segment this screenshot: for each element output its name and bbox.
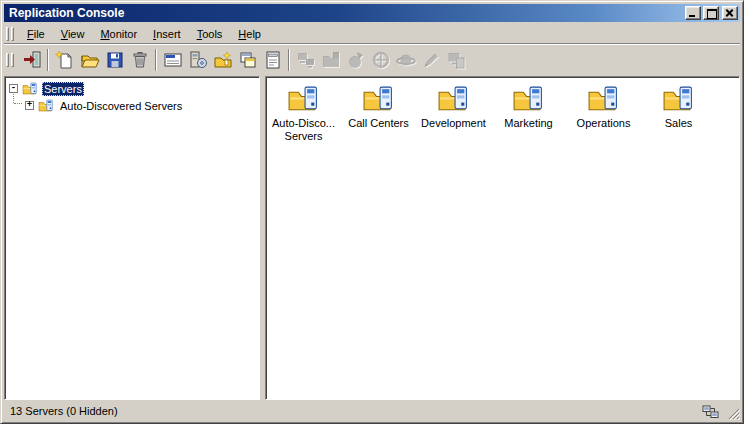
server-folder-icon xyxy=(21,82,39,96)
menu-tools[interactable]: Tools xyxy=(189,25,231,43)
toolbar-gripper-2[interactable] xyxy=(11,53,14,67)
expand-toggle-icon[interactable]: + xyxy=(25,101,34,110)
statusbar: 13 Servers (0 Hidden) xyxy=(4,402,740,420)
open-folder-icon xyxy=(80,50,100,70)
server-folder-icon xyxy=(587,85,620,114)
report-button xyxy=(443,48,468,72)
minimize-button[interactable] xyxy=(685,6,701,20)
exit-icon xyxy=(22,50,42,70)
collapse-toggle-icon[interactable]: - xyxy=(9,84,18,93)
folder-item-marketing[interactable]: Marketing xyxy=(491,85,566,130)
folder-list-panel[interactable]: Auto-Disco... Servers Call Centers Devel… xyxy=(265,76,740,400)
details-view-icon xyxy=(163,50,183,70)
folder-item-call-centers[interactable]: Call Centers xyxy=(341,85,416,130)
menubar: File View Monitor Insert Tools Help xyxy=(4,23,740,44)
menu-help[interactable]: Help xyxy=(230,25,269,43)
folder-item-label: Development xyxy=(421,117,486,130)
server-folder-icon xyxy=(437,85,470,114)
folder-item-label: Auto-Disco... Servers xyxy=(272,117,335,143)
menu-insert[interactable]: Insert xyxy=(145,25,189,43)
pie-chart-icon xyxy=(346,50,366,70)
tree-item-servers[interactable]: - Servers xyxy=(7,80,257,97)
copy-windows-button[interactable] xyxy=(235,48,260,72)
pencil-icon xyxy=(421,50,441,70)
folder-item-label: Sales xyxy=(665,117,693,130)
replication-console-window: Replication Console File View Monitor In… xyxy=(0,0,744,424)
copy-windows-icon xyxy=(238,50,258,70)
menu-monitor[interactable]: Monitor xyxy=(92,25,145,43)
content-area: - Servers + Auto-Discovered Servers Auto… xyxy=(4,74,740,400)
new-folder-group-icon xyxy=(213,50,233,70)
menu-file[interactable]: File xyxy=(19,25,53,43)
tree-item-label[interactable]: Servers xyxy=(42,82,84,96)
server-folder-icon xyxy=(287,85,320,114)
network-status-icon xyxy=(702,405,719,419)
open-button[interactable] xyxy=(77,48,102,72)
gray-folder-icon xyxy=(321,50,341,70)
server-tree-panel[interactable]: - Servers + Auto-Discovered Servers xyxy=(4,76,260,400)
network-pair-button xyxy=(293,48,318,72)
folder-item-auto-discovered-servers[interactable]: Auto-Disco... Servers xyxy=(266,85,341,143)
server-folder-icon xyxy=(512,85,545,114)
new-document-icon xyxy=(55,50,75,70)
folder-icon-grid: Auto-Disco... Servers Call Centers Devel… xyxy=(266,77,739,143)
folder-item-sales[interactable]: Sales xyxy=(641,85,716,130)
globe-icon xyxy=(371,50,391,70)
details-view-button[interactable] xyxy=(160,48,185,72)
sphere-icon xyxy=(396,50,416,70)
toolbar-separator xyxy=(47,49,49,71)
resize-grip-icon[interactable] xyxy=(727,407,740,420)
gray-folder-button xyxy=(318,48,343,72)
save-button[interactable] xyxy=(102,48,127,72)
new-button[interactable] xyxy=(52,48,77,72)
menu-view[interactable]: View xyxy=(53,25,93,43)
server-folder-icon xyxy=(362,85,395,114)
window-title: Replication Console xyxy=(9,6,683,20)
server-tree: - Servers + Auto-Discovered Servers xyxy=(5,77,259,117)
toolbar-gripper[interactable] xyxy=(6,53,9,67)
sphere-button xyxy=(393,48,418,72)
server-folder-icon xyxy=(37,99,55,113)
tree-item-auto-discovered-servers[interactable]: + Auto-Discovered Servers xyxy=(23,97,257,114)
server-folder-icon xyxy=(662,85,695,114)
globe-button xyxy=(368,48,393,72)
pie-chart-button xyxy=(343,48,368,72)
form-icon xyxy=(263,50,283,70)
pencil-button xyxy=(418,48,443,72)
new-folder-group-button[interactable] xyxy=(210,48,235,72)
form-button[interactable] xyxy=(260,48,285,72)
folder-item-label: Call Centers xyxy=(348,117,409,130)
install-disk-button[interactable] xyxy=(185,48,210,72)
tree-item-label[interactable]: Auto-Discovered Servers xyxy=(58,99,184,113)
tree-connector-horizontal xyxy=(14,103,22,104)
close-button[interactable] xyxy=(722,6,738,20)
install-disk-icon xyxy=(188,50,208,70)
window-controls xyxy=(683,6,738,20)
delete-button[interactable] xyxy=(127,48,152,72)
folder-item-operations[interactable]: Operations xyxy=(566,85,641,130)
status-text: 13 Servers (0 Hidden) xyxy=(10,405,702,417)
statusbar-right xyxy=(702,402,740,420)
report-icon xyxy=(446,50,466,70)
menubar-gripper-2[interactable] xyxy=(11,27,14,41)
delete-icon xyxy=(130,50,150,70)
menubar-gripper[interactable] xyxy=(6,27,9,41)
save-icon xyxy=(105,50,125,70)
folder-item-label: Operations xyxy=(577,117,631,130)
folder-item-label: Marketing xyxy=(504,117,552,130)
maximize-button[interactable] xyxy=(703,6,719,20)
titlebar[interactable]: Replication Console xyxy=(4,4,740,22)
folder-item-development[interactable]: Development xyxy=(416,85,491,130)
toolbar-separator xyxy=(288,49,290,71)
toolbar-separator xyxy=(155,49,157,71)
exit-button[interactable] xyxy=(19,48,44,72)
toolbar xyxy=(4,44,740,74)
network-pair-icon xyxy=(296,50,316,70)
